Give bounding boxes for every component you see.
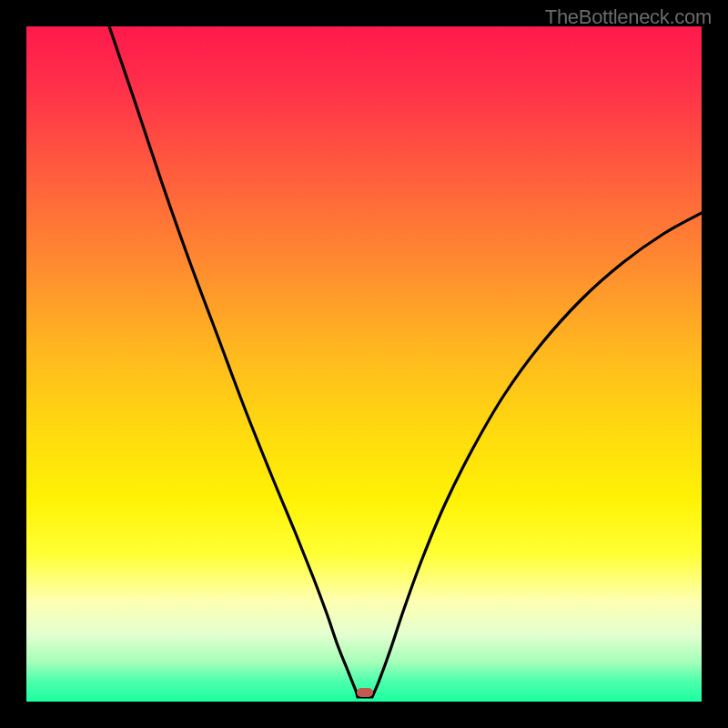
attribution-text: TheBottleneck.com	[545, 5, 712, 29]
bottleneck-curve	[26, 26, 702, 702]
curve-path	[109, 26, 702, 697]
plot-area	[26, 26, 702, 702]
optimal-marker	[357, 688, 373, 697]
